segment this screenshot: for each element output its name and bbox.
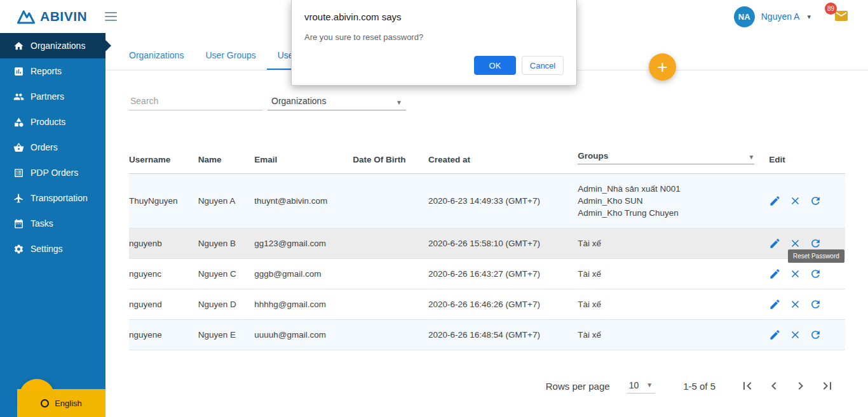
reset-password-button[interactable]	[810, 329, 822, 341]
last-page-button[interactable]	[820, 378, 835, 394]
sidebar-item-products[interactable]: Products	[0, 109, 105, 135]
organizations-filter-value: Organizations	[271, 96, 326, 106]
cell-dob	[353, 174, 428, 228]
dialog-message: Are you sure to reset password?	[304, 32, 564, 42]
delete-x-icon	[789, 298, 801, 310]
group-name: Tài xế	[578, 329, 764, 341]
browser-confirm-dialog: vroute.abivin.com says Are you sure to r…	[291, 0, 577, 86]
column-header-name: Name	[198, 146, 255, 174]
sidebar-item-partners[interactable]: Partners	[0, 84, 105, 109]
first-page-button[interactable]	[740, 378, 755, 394]
previous-page-button[interactable]	[766, 378, 782, 394]
cell-dob	[353, 320, 428, 350]
cell-email: thuynt@abivin.com	[254, 174, 353, 228]
group-name: Admin_Nhà sản xuất N001	[578, 183, 764, 195]
search-input[interactable]	[129, 91, 262, 110]
table-row: ThuyNguyenNguyen Athuynt@abivin.com2020-…	[129, 174, 845, 228]
avatar[interactable]: NA	[734, 6, 755, 27]
rows-per-page-value: 10	[629, 380, 639, 390]
cell-edit	[769, 174, 845, 228]
edit-pencil-icon	[769, 195, 781, 207]
cell-dob	[353, 289, 428, 320]
last-page-icon	[820, 378, 835, 394]
cell-groups: Tài xế	[578, 289, 769, 320]
cell-created-at: 2020-6-23 14:49:33 (GMT+7)	[428, 174, 578, 228]
tab-user-groups[interactable]: User Groups	[194, 42, 266, 70]
column-header-email: Email	[254, 146, 353, 174]
user-name[interactable]: Nguyen A	[761, 11, 800, 22]
table-row: nguyencNguyen Cgggb@gmail.com2020-6-26 1…	[129, 259, 845, 289]
group-name: Tài xế	[578, 268, 764, 280]
cell-username: nguyend	[129, 289, 198, 320]
organizations-filter-select[interactable]: Organizations ▼	[268, 91, 406, 110]
sidebar-item-label: Orders	[31, 142, 58, 152]
group-name: Tài xế	[578, 298, 764, 310]
sidebar-item-organizations[interactable]: Organizations	[0, 33, 105, 58]
reset-password-button[interactable]	[810, 237, 822, 249]
cell-groups: Admin_Nhà sản xuất N001Admin_Kho SUNAdmi…	[578, 174, 769, 228]
reset-password-button[interactable]	[810, 195, 822, 207]
cell-name: Nguyen A	[198, 174, 255, 228]
delete-x-icon	[789, 329, 801, 341]
menu-toggle-icon[interactable]	[105, 12, 117, 21]
cell-groups: Tài xế	[578, 320, 769, 350]
rows-per-page-select[interactable]: 10 ▼	[627, 379, 655, 394]
column-header-date-of-birth: Date Of Birth	[353, 146, 428, 174]
sidebar-item-orders[interactable]: Orders	[0, 135, 105, 160]
chevron-right-icon	[793, 378, 808, 394]
abivin-logo-icon	[17, 8, 36, 25]
sidebar-item-label: Partners	[31, 91, 64, 102]
delete-user-button[interactable]	[789, 237, 801, 249]
sidebar-item-pdp-orders[interactable]: PDP Orders	[0, 160, 105, 185]
edit-user-button[interactable]	[769, 329, 781, 341]
pagination-range: 1-5 of 5	[683, 381, 715, 392]
rows-per-page-label: Rows per page	[546, 381, 610, 392]
cancel-button[interactable]: Cancel	[522, 56, 564, 75]
cell-edit	[769, 320, 845, 350]
plane-icon	[13, 193, 24, 204]
edit-user-button[interactable]	[769, 268, 781, 280]
delete-user-button[interactable]	[789, 195, 801, 207]
edit-pencil-icon	[769, 329, 781, 341]
sidebar-item-label: PDP Orders	[31, 168, 78, 178]
column-header-label: Groups	[578, 151, 608, 161]
cell-created-at: 2020-6-26 15:58:10 (GMT+7)	[428, 228, 578, 259]
chevron-down-icon[interactable]: ▾	[807, 13, 811, 21]
reset-password-button[interactable]	[810, 298, 822, 310]
add-user-button[interactable]: +	[649, 53, 676, 81]
delete-user-button[interactable]	[789, 298, 801, 310]
group-name: Admin_Kho SUN	[578, 195, 764, 207]
chevron-down-icon: ▼	[646, 381, 653, 388]
reset-password-button[interactable]	[810, 268, 822, 280]
tab-organizations[interactable]: Organizations	[118, 42, 194, 70]
cell-created-at: 2020-6-26 16:48:54 (GMT+7)	[428, 320, 578, 350]
next-page-button[interactable]	[793, 378, 808, 394]
column-header-groups[interactable]: Groups▼	[578, 146, 769, 174]
calendar-icon	[13, 218, 24, 229]
edit-user-button[interactable]	[769, 298, 781, 310]
cell-name: Nguyen C	[198, 259, 255, 289]
delete-user-button[interactable]	[789, 329, 801, 341]
notifications-button[interactable]: 89	[832, 8, 851, 25]
edit-user-button[interactable]	[769, 237, 781, 249]
table-header-row: UsernameNameEmailDate Of BirthCreated at…	[129, 146, 845, 174]
sidebar-item-settings[interactable]: Settings	[0, 236, 105, 261]
column-header-username: Username	[129, 146, 198, 174]
sidebar-item-transportation[interactable]: Transportation	[0, 185, 105, 211]
cell-username: nguyenb	[129, 228, 198, 259]
brand-name: ABIVIN	[40, 9, 87, 24]
edit-user-button[interactable]	[769, 195, 781, 207]
reset-password-icon	[810, 237, 822, 249]
cell-dob	[353, 228, 428, 259]
edit-pencil-icon	[769, 268, 781, 280]
sidebar-nav: OrganizationsReportsPartnersProductsOrde…	[0, 33, 105, 261]
delete-user-button[interactable]	[789, 268, 801, 280]
language-button[interactable]: English	[17, 389, 105, 417]
list-icon	[13, 168, 24, 178]
table-row: nguyeneNguyen Euuuuh@gmail.com2020-6-26 …	[129, 320, 845, 350]
sidebar-item-reports[interactable]: Reports	[0, 58, 105, 84]
ok-button[interactable]: OK	[474, 56, 516, 75]
sidebar-item-tasks[interactable]: Tasks	[0, 211, 105, 236]
sidebar: OrganizationsReportsPartnersProductsOrde…	[0, 33, 105, 417]
chart-icon	[13, 66, 24, 77]
